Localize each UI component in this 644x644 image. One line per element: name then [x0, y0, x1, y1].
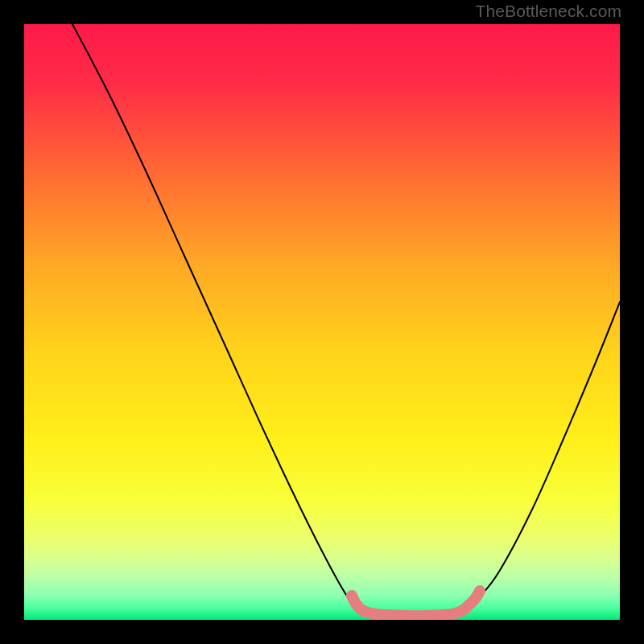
bottleneck-curve	[72, 24, 620, 616]
watermark-text: TheBottleneck.com	[476, 2, 621, 21]
optimal-zone-curve	[352, 591, 480, 616]
chart-container: TheBottleneck.com	[0, 0, 644, 644]
curve-layer	[24, 24, 620, 620]
plot-area	[24, 24, 620, 620]
